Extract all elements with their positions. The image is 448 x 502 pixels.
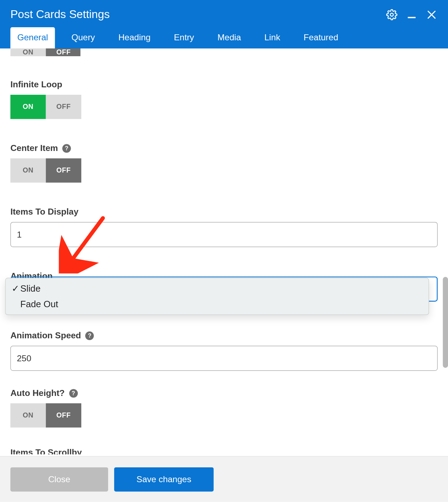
svg-point-0 [390,13,393,16]
tab-general[interactable]: General [10,27,55,48]
help-icon[interactable]: ? [62,144,71,152]
auto-height-on[interactable]: ON [10,403,46,428]
close-button[interactable]: Close [10,467,108,491]
animation-speed-label: Animation Speed [10,331,81,340]
partial-prev-off[interactable]: OFF [46,48,81,56]
help-icon[interactable]: ? [69,389,77,397]
field-animation-speed: Animation Speed ? [10,331,437,371]
center-item-toggle: ON OFF [10,158,81,183]
field-center-item: Center Item ? ON OFF [10,143,437,182]
infinite-loop-off[interactable]: OFF [46,95,81,119]
animation-option-slide[interactable]: ✓ Slide [6,281,429,296]
close-icon[interactable] [425,8,437,21]
modal-header: Post Cards Settings [0,0,448,48]
auto-height-off[interactable]: OFF [46,403,81,428]
field-infinite-loop: Infinite Loop ON OFF [10,80,437,119]
option-label: Slide [20,284,41,294]
infinite-loop-label: Infinite Loop [10,80,62,89]
field-items-to-scrollby: Items To Scrollby [10,448,437,455]
tab-entry[interactable]: Entry [167,27,201,48]
minimize-icon[interactable] [406,8,418,21]
items-to-display-label: Items To Display [10,207,78,217]
auto-height-label: Auto Height? [10,388,65,398]
modal-title: Post Cards Settings [10,8,110,21]
header-actions [386,8,438,21]
tab-heading[interactable]: Heading [111,27,157,48]
modal-body: ON OFF Infinite Loop ON OFF Center Item … [0,48,448,454]
check-icon: ✓ [11,284,20,294]
items-to-scrollby-label: Items To Scrollby [10,448,82,455]
center-item-on[interactable]: ON [10,158,46,183]
tab-featured[interactable]: Featured [297,27,345,48]
items-to-display-input[interactable] [10,222,437,247]
tab-link[interactable]: Link [258,27,287,48]
animation-dropdown: ✓ Slide Fade Out [5,278,429,315]
infinite-loop-toggle: ON OFF [10,95,81,119]
field-auto-height: Auto Height? ? ON OFF [10,388,437,427]
infinite-loop-on[interactable]: ON [10,95,46,119]
field-items-to-display: Items To Display [10,207,437,247]
save-button[interactable]: Save changes [114,467,214,491]
center-item-off[interactable]: OFF [46,158,81,183]
settings-icon[interactable] [386,8,398,21]
modal-footer: Close Save changes [0,456,448,502]
animation-option-fade-out[interactable]: Fade Out [6,296,429,312]
partial-prev-on[interactable]: ON [10,48,46,56]
auto-height-toggle: ON OFF [10,403,81,428]
tab-query[interactable]: Query [65,27,102,48]
option-label: Fade Out [20,299,58,309]
animation-speed-input[interactable] [10,346,437,371]
partial-prev-toggle: ON OFF [10,48,80,56]
center-item-label: Center Item [10,143,58,153]
tabs: General Query Heading Entry Media Link F… [10,27,437,48]
help-icon[interactable]: ? [86,331,94,340]
scrollbar-thumb[interactable] [443,277,448,368]
tab-media[interactable]: Media [211,27,248,48]
